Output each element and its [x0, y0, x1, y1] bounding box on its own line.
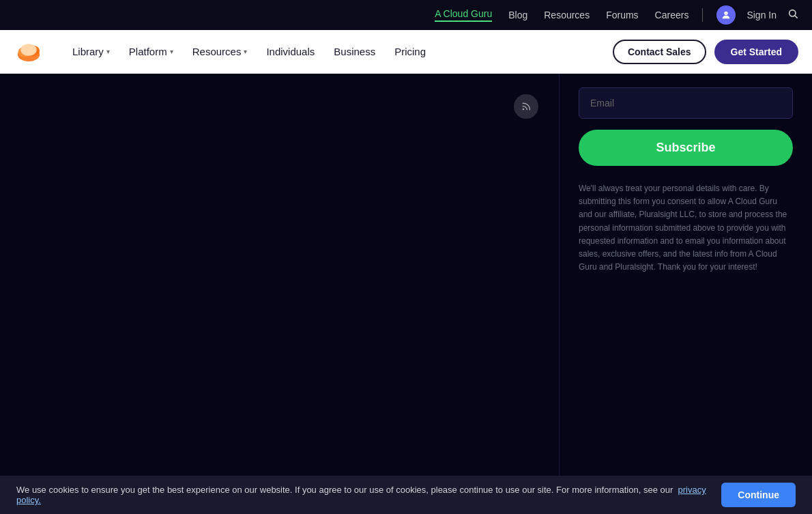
get-started-button[interactable]: Get Started — [714, 40, 798, 64]
privacy-text: We'll always treat your personal details… — [579, 182, 793, 274]
top-bar-link-acg[interactable]: A Cloud Guru — [435, 8, 492, 22]
left-content-area — [0, 74, 559, 476]
right-sidebar: Subscribe We'll always treat your person… — [560, 74, 812, 476]
top-bar-link-forums[interactable]: Forums — [606, 10, 638, 20]
main-content: Subscribe We'll always treat your person… — [0, 74, 812, 476]
nav-pricing[interactable]: Pricing — [386, 40, 434, 63]
contact-sales-button[interactable]: Contact Sales — [613, 40, 706, 64]
top-bar-right: Sign In — [716, 5, 798, 25]
nav-library[interactable]: Library ▾ — [64, 40, 118, 63]
top-bar-divider — [702, 8, 703, 22]
nav-individuals[interactable]: Individuals — [258, 40, 323, 63]
avatar[interactable] — [716, 5, 736, 25]
top-bar-link-resources[interactable]: Resources — [544, 10, 590, 20]
top-bar: A Cloud Guru Blog Resources Forums Caree… — [0, 0, 812, 30]
nav-platform[interactable]: Platform ▾ — [121, 40, 182, 63]
main-nav: Library ▾ Platform ▾ Resources ▾ Individ… — [0, 30, 812, 74]
email-input[interactable] — [579, 87, 793, 119]
top-bar-link-careers[interactable]: Careers — [655, 10, 689, 20]
top-bar-link-blog[interactable]: Blog — [508, 10, 527, 20]
svg-point-1 — [789, 10, 796, 16]
svg-point-6 — [20, 44, 36, 56]
nav-resources[interactable]: Resources ▾ — [184, 40, 256, 63]
svg-point-0 — [725, 12, 728, 15]
rss-icon-badge[interactable] — [514, 94, 538, 119]
subscribe-button[interactable]: Subscribe — [579, 130, 793, 166]
sign-in-link[interactable]: Sign In — [746, 10, 777, 20]
logo[interactable] — [14, 37, 44, 67]
svg-point-7 — [523, 109, 525, 111]
nav-business[interactable]: Business — [325, 40, 383, 63]
top-bar-links: A Cloud Guru Blog Resources Forums Caree… — [435, 8, 688, 22]
cookie-banner: We use cookies to ensure you get the bes… — [0, 476, 812, 514]
cookie-message: We use cookies to ensure you get the bes… — [16, 485, 708, 505]
nav-links: Library ▾ Platform ▾ Resources ▾ Individ… — [64, 40, 613, 63]
cookie-continue-button[interactable]: Continue — [721, 483, 796, 507]
nav-actions: Contact Sales Get Started — [613, 40, 798, 64]
search-button[interactable] — [787, 8, 798, 22]
svg-line-2 — [795, 16, 798, 18]
